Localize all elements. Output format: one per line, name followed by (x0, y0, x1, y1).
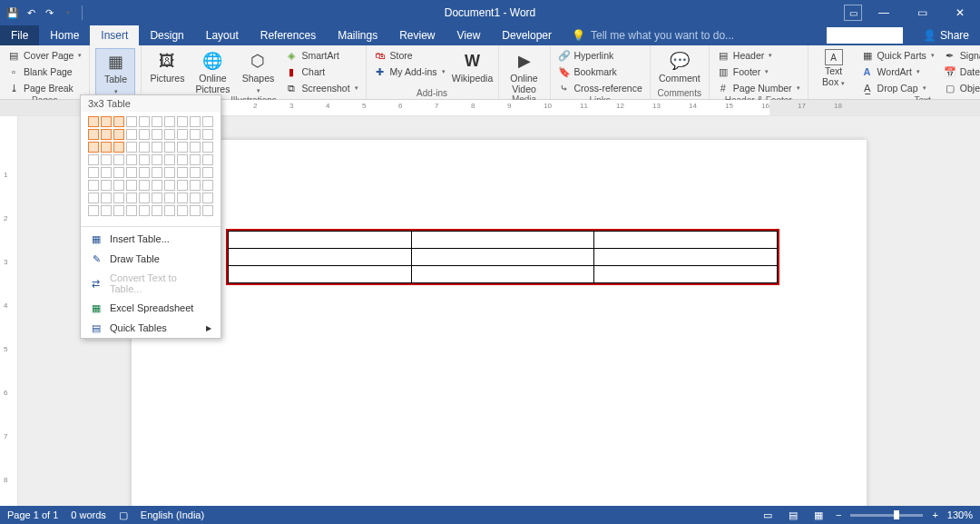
signature-line-button[interactable]: ✒Signature Line▾ (942, 48, 980, 63)
table-cell[interactable] (229, 266, 412, 283)
text-box-button[interactable]: AText Box ▾ (814, 48, 854, 87)
grid-cell[interactable] (88, 193, 99, 203)
cross-reference-button[interactable]: ⤷Cross-reference (556, 81, 644, 95)
grid-cell[interactable] (139, 167, 150, 178)
grid-cell[interactable] (88, 205, 99, 216)
minimize-button[interactable]: ― (867, 2, 900, 24)
drop-cap-button[interactable]: A̲Drop Cap▾ (859, 81, 936, 95)
zoom-out-button[interactable]: − (836, 509, 841, 520)
tab-developer[interactable]: Developer (491, 25, 563, 45)
grid-cell[interactable] (113, 167, 124, 178)
grid-cell[interactable] (126, 116, 137, 127)
grid-cell[interactable] (190, 154, 201, 165)
grid-cell[interactable] (164, 180, 175, 191)
page-break-button[interactable]: ⤓Page Break (5, 81, 83, 95)
grid-cell[interactable] (152, 154, 162, 165)
grid-cell[interactable] (164, 129, 175, 140)
table-cell[interactable] (594, 266, 778, 283)
grid-cell[interactable] (139, 180, 150, 191)
status-words[interactable]: 0 words (71, 509, 106, 520)
insert-table-item[interactable]: ▦Insert Table... (81, 229, 220, 249)
share-button[interactable]: 👤 Share (912, 25, 980, 45)
date-time-button[interactable]: 📅Date & Time (942, 64, 980, 79)
grid-cell[interactable] (202, 116, 213, 127)
tab-home[interactable]: Home (39, 25, 90, 45)
chart-button[interactable]: ▮Chart (283, 64, 359, 79)
grid-cell[interactable] (164, 154, 175, 165)
grid-cell[interactable] (113, 205, 124, 216)
grid-cell[interactable] (164, 167, 175, 178)
grid-cell[interactable] (88, 180, 99, 191)
qat-more-icon[interactable]: ▾ (61, 5, 75, 20)
store-button[interactable]: 🛍Store (372, 48, 447, 63)
read-mode-button[interactable]: ▭ (760, 509, 776, 521)
grid-cell[interactable] (190, 180, 201, 191)
table-cell[interactable] (229, 249, 412, 266)
grid-cell[interactable] (177, 180, 188, 191)
grid-cell[interactable] (164, 142, 175, 153)
grid-cell[interactable] (126, 154, 137, 165)
status-language[interactable]: English (India) (141, 509, 204, 520)
grid-cell[interactable] (164, 116, 175, 127)
grid-cell[interactable] (101, 167, 112, 178)
blank-page-button[interactable]: ▫Blank Page (5, 64, 83, 79)
tab-layout[interactable]: Layout (195, 25, 250, 45)
online-pictures-button[interactable]: 🌐Online Pictures (192, 48, 232, 94)
save-icon[interactable]: 💾 (5, 5, 20, 20)
tab-references[interactable]: References (250, 25, 327, 45)
status-proofing-icon[interactable]: ▢ (119, 509, 128, 521)
quick-tables-item[interactable]: ▤Quick Tables▶ (81, 318, 220, 338)
grid-cell[interactable] (88, 116, 99, 127)
grid-cell[interactable] (152, 116, 162, 127)
grid-cell[interactable] (88, 154, 99, 165)
grid-cell[interactable] (101, 205, 112, 216)
smartart-button[interactable]: ◈SmartArt (283, 48, 359, 63)
grid-cell[interactable] (164, 193, 175, 203)
table-cell[interactable] (411, 249, 594, 266)
zoom-thumb[interactable] (894, 510, 899, 519)
grid-cell[interactable] (152, 193, 162, 203)
tab-view[interactable]: View (446, 25, 492, 45)
draw-table-item[interactable]: ✎Draw Table (81, 249, 220, 269)
grid-cell[interactable] (139, 154, 150, 165)
tab-review[interactable]: Review (388, 25, 446, 45)
grid-cell[interactable] (202, 129, 213, 140)
grid-cell[interactable] (202, 167, 213, 178)
zoom-slider[interactable] (850, 514, 923, 517)
table-button[interactable]: ▦ Table▾ (95, 48, 135, 96)
grid-cell[interactable] (126, 142, 137, 153)
grid-cell[interactable] (202, 154, 213, 165)
grid-cell[interactable] (101, 154, 112, 165)
grid-cell[interactable] (177, 154, 188, 165)
grid-cell[interactable] (88, 129, 99, 140)
grid-cell[interactable] (190, 142, 201, 153)
wikipedia-button[interactable]: WWikipedia (453, 48, 493, 84)
grid-cell[interactable] (177, 116, 188, 127)
bookmark-button[interactable]: 🔖Bookmark (556, 64, 644, 79)
grid-cell[interactable] (126, 180, 137, 191)
grid-cell[interactable] (177, 205, 188, 216)
grid-cell[interactable] (113, 142, 124, 153)
table-grid-picker[interactable] (81, 112, 220, 224)
status-page[interactable]: Page 1 of 1 (7, 509, 58, 520)
grid-cell[interactable] (101, 193, 112, 203)
tell-me-search[interactable]: 💡 Tell me what you want to do... (563, 25, 743, 45)
hyperlink-button[interactable]: 🔗Hyperlink (556, 48, 644, 63)
tab-insert[interactable]: Insert (90, 25, 139, 45)
grid-cell[interactable] (126, 205, 137, 216)
grid-cell[interactable] (101, 180, 112, 191)
online-video-button[interactable]: ▶Online Video (505, 48, 544, 94)
grid-cell[interactable] (164, 205, 175, 216)
grid-cell[interactable] (113, 116, 124, 127)
grid-cell[interactable] (101, 142, 112, 153)
tab-design[interactable]: Design (139, 25, 194, 45)
grid-cell[interactable] (202, 205, 213, 216)
grid-cell[interactable] (139, 193, 150, 203)
table-cell[interactable] (594, 249, 778, 266)
wordart-button[interactable]: AWordArt▾ (859, 64, 936, 79)
grid-cell[interactable] (101, 116, 112, 127)
grid-cell[interactable] (202, 193, 213, 203)
comment-button[interactable]: 💬Comment (656, 48, 703, 84)
excel-spreadsheet-item[interactable]: ▦Excel Spreadsheet (81, 298, 220, 318)
grid-cell[interactable] (139, 116, 150, 127)
